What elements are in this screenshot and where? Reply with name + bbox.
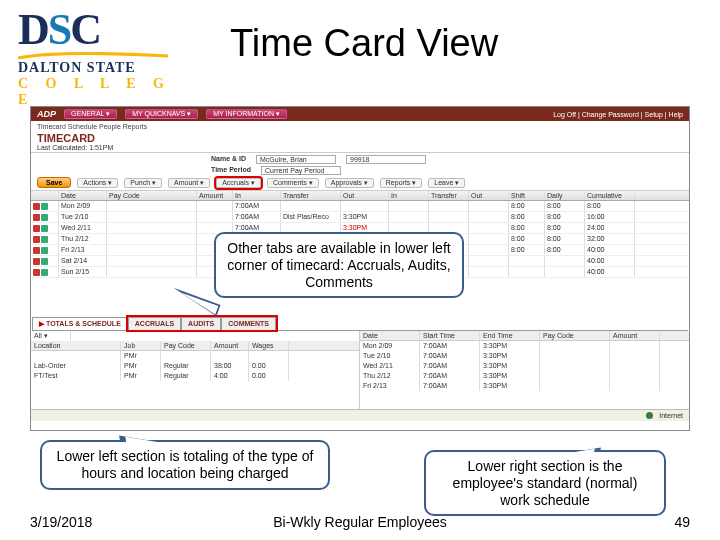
list-item[interactable]: Lab-OrderPMrRegular38:000.00 bbox=[31, 361, 359, 371]
status-bar: Internet bbox=[31, 409, 689, 421]
tab-totals-schedule[interactable]: ▶TOTALS & SCHEDULE bbox=[32, 317, 128, 330]
menu-punch[interactable]: Punch ▾ bbox=[124, 178, 162, 188]
table-row[interactable]: Tue 2/10 7:00AMDist Plas/Reco 3:30PM 8:0… bbox=[31, 212, 689, 223]
menu-leave[interactable]: Leave ▾ bbox=[428, 178, 465, 188]
tab-audits[interactable]: AUDITS bbox=[181, 317, 221, 330]
list-item[interactable]: Wed 2/117:00AM3:30PM bbox=[360, 361, 689, 371]
totals-panel: All ▾ Location Job Pay Code Amount Wages… bbox=[31, 331, 360, 409]
logo-line1: DALTON STATE bbox=[18, 60, 188, 76]
adp-logo: ADP bbox=[37, 109, 56, 119]
internet-icon bbox=[646, 412, 653, 419]
last-calculated: Last Calculated: 1:51PM bbox=[31, 144, 689, 153]
sub-nav[interactable]: Timecard Schedule People Reports bbox=[31, 121, 689, 132]
schedule-panel: Date Start Time End Time Pay Code Amount… bbox=[360, 331, 689, 409]
adp-top-bar: ADP GENERAL ▾ MY QUICKNAVS ▾ MY INFORMAT… bbox=[31, 107, 689, 121]
period-value[interactable]: Current Pay Period bbox=[261, 166, 341, 175]
triangle-icon: ▶ bbox=[39, 320, 44, 327]
list-item[interactable]: PMr bbox=[31, 351, 359, 361]
table-row[interactable]: Mon 2/09 7:00AM 8:008:008:00 bbox=[31, 201, 689, 212]
name-value[interactable]: McGuire, Brian bbox=[256, 155, 336, 164]
list-item[interactable]: Fri 2/137:00AM3:30PM bbox=[360, 381, 689, 391]
menu-accruals[interactable]: Accruals ▾ bbox=[216, 178, 261, 188]
name-id: 99918 bbox=[346, 155, 426, 164]
save-button[interactable]: Save bbox=[37, 177, 71, 188]
timecard-grid-header: Date Pay Code Amount In Transfer Out In … bbox=[31, 191, 689, 201]
menu-amount[interactable]: Amount ▾ bbox=[168, 178, 210, 188]
name-label: Name & ID bbox=[211, 155, 246, 164]
nav-quicknavs[interactable]: MY QUICKNAVS ▾ bbox=[125, 109, 198, 119]
tab-comments[interactable]: COMMENTS bbox=[221, 317, 276, 330]
callout-lower-left: Lower left section is totaling of the ty… bbox=[40, 440, 330, 490]
tab-accruals[interactable]: ACCRUALS bbox=[128, 317, 181, 330]
lower-tabs: ▶TOTALS & SCHEDULE ACCRUALS AUDITS COMME… bbox=[32, 317, 688, 331]
slide-title: Time Card View bbox=[230, 22, 498, 65]
menu-actions[interactable]: Actions ▾ bbox=[77, 178, 118, 188]
menu-reports[interactable]: Reports ▾ bbox=[380, 178, 422, 188]
footer-page-number: 49 bbox=[674, 514, 690, 530]
list-item[interactable]: Mon 2/097:00AM3:30PM bbox=[360, 341, 689, 351]
menu-approvals[interactable]: Approvals ▾ bbox=[325, 178, 374, 188]
list-item[interactable]: Thu 2/127:00AM3:30PM bbox=[360, 371, 689, 381]
top-right-links[interactable]: Log Off | Change Password | Setup | Help bbox=[553, 111, 683, 118]
menu-comments[interactable]: Comments ▾ bbox=[267, 178, 319, 188]
page-title: TIMECARD bbox=[31, 132, 689, 144]
callout-lower-right: Lower right section is the employee's st… bbox=[424, 450, 666, 516]
totals-filter[interactable]: All ▾ bbox=[34, 332, 48, 339]
logo-acronym: DSC bbox=[18, 10, 188, 50]
footer-center: Bi-Wkly Regular Employees bbox=[0, 514, 720, 530]
college-logo: DSC DALTON STATE C O L L E G E bbox=[18, 10, 188, 108]
nav-myinfo[interactable]: MY INFORMATION ▾ bbox=[206, 109, 287, 119]
period-label: Time Period bbox=[211, 166, 251, 175]
callout-other-tabs: Other tabs are available in lower left c… bbox=[214, 232, 464, 298]
list-item[interactable]: Tue 2/107:00AM3:30PM bbox=[360, 351, 689, 361]
logo-line2: C O L L E G E bbox=[18, 76, 188, 108]
list-item[interactable]: FT/TestPMrRegular4:000.00 bbox=[31, 371, 359, 381]
nav-general[interactable]: GENERAL ▾ bbox=[64, 109, 117, 119]
